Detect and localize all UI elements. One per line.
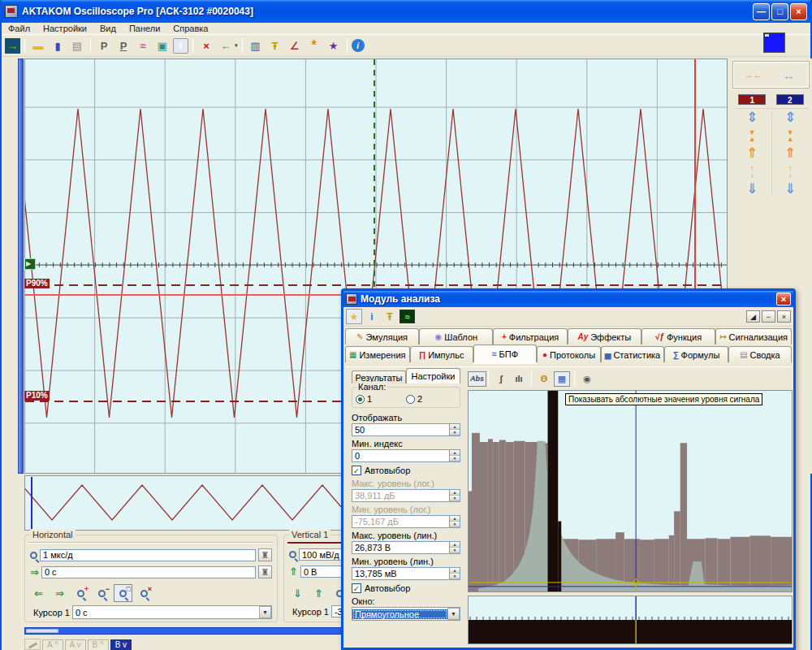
spin-down-icon[interactable]: ▼ [450,574,460,579]
tab-filtering[interactable]: +Фильтрация [493,328,567,344]
edit-icon[interactable] [24,639,41,650]
scroll-right-button[interactable]: ⇒ [50,584,69,602]
clock-icon[interactable]: Θ [536,371,552,387]
timebase-field[interactable]: 1 мкс/д [40,549,256,561]
spin-down-icon[interactable]: ▼ [450,522,460,527]
min-lin-spinner[interactable]: 13,785 мВ ▲▼ [352,567,460,580]
tab-measurements[interactable]: ▦Измерения [345,346,410,362]
chart-tools-icon[interactable]: ∠ [286,37,304,54]
panels-icon[interactable]: ▥ [247,37,265,54]
ch1-shift-down-button[interactable]: ⇓ [746,183,758,196]
zoom-region-button[interactable]: □ [114,584,132,602]
ch2-compress-vertical-button[interactable]: ▼▲ [787,129,794,142]
window-function-combo[interactable]: Прямоугольное ▼ [352,607,460,621]
shift-up-button[interactable]: ⇑ [309,584,328,602]
search-icon[interactable]: * [305,37,323,54]
close-button[interactable]: × [777,310,791,323]
spin-up-icon[interactable]: ▲ [450,516,460,522]
ch2-shift-up-button[interactable]: ⇑ [784,147,796,160]
auto-offset-button[interactable]: ♜ [258,566,272,578]
h-cursor-combo[interactable]: 0 с ▼ [72,605,272,619]
channel-2-button[interactable]: 2 [776,94,804,105]
compress-horizontal-button[interactable]: →← [743,66,764,84]
display-count-spinner[interactable]: 50 ▲▼ [352,423,460,436]
trigger-marker[interactable]: ▶ [24,258,36,270]
chevron-down-icon[interactable]: ▼ [447,608,460,620]
copy-page-icon[interactable]: P [95,37,113,54]
info-icon[interactable]: i [352,39,365,52]
ch1-compress-vertical-button[interactable]: ▼▲ [749,129,756,142]
ch2-fine-shift-buttons[interactable]: ↑↓ [788,165,793,178]
bars-view-icon[interactable]: ılı [511,371,527,387]
menu-view[interactable]: Вид [100,24,116,33]
favorites-icon[interactable]: ★ [346,309,362,324]
exit-icon[interactable]: → [5,38,20,54]
ch1-shift-up-button[interactable]: ⇑ [746,147,758,160]
chevron-down-icon[interactable]: ▾ [235,42,238,49]
tab-alarm[interactable]: ↦Сигнализация [715,328,792,344]
waveform-export-icon[interactable]: ≈ [134,37,152,54]
spin-down-icon[interactable]: ▼ [450,548,460,553]
menu-panels[interactable]: Панели [129,24,160,33]
tab-a-up[interactable]: A ^ [42,639,63,650]
spin-up-icon[interactable]: ▲ [450,450,460,456]
tab-a-down[interactable]: A v [65,639,86,650]
channel-2-radio[interactable]: 2 [406,394,456,404]
menu-settings[interactable]: Настройки [43,24,87,33]
spin-up-icon[interactable]: ▲ [450,490,460,496]
minimize-button[interactable]: — [753,3,770,20]
copy-page-alt-icon[interactable]: P [114,37,132,54]
shift-down-button[interactable]: ⇓ [288,584,307,602]
spin-down-icon[interactable]: ▼ [450,496,460,501]
auto-timebase-button[interactable]: ♜ [258,548,272,561]
max-log-spinner[interactable]: 38,911 дБ ▲▼ [352,489,460,502]
spin-up-icon[interactable]: ▲ [450,542,460,548]
channel-1-radio[interactable]: 1 [356,394,406,404]
measure-icon[interactable]: Ŧ [382,309,398,324]
menu-file[interactable]: Файл [8,24,30,33]
ch1-fine-shift-buttons[interactable]: ↑↓ [750,165,754,178]
spin-up-icon[interactable]: ▲ [450,568,460,574]
measure-tool-icon[interactable]: Ŧ [266,37,284,54]
tab-template[interactable]: ◉Шаблон [419,328,493,344]
tab-b-up[interactable]: B ^ [88,639,109,650]
dock-button[interactable]: ◢ [746,310,760,323]
zoom-reset-button[interactable]: × [135,584,153,602]
channel-1-button[interactable]: 1 [738,94,766,105]
spin-down-icon[interactable]: ▼ [450,456,460,462]
pause-icon[interactable]: ‖ [173,38,188,54]
zoom-in-button[interactable]: + [71,584,90,602]
tab-formulas[interactable]: ∑Формулы [664,346,728,362]
tab-settings[interactable]: Настройки [406,368,460,384]
analysis-close-button[interactable]: × [776,292,791,306]
info-icon[interactable]: i [364,309,380,324]
tab-summary[interactable]: ▤Сводка [728,346,792,362]
table-view-icon[interactable]: ▦ [554,371,570,387]
maximize-button[interactable]: □ [771,3,788,20]
fft-spectrum-display[interactable] [468,390,793,592]
expand-horizontal-button[interactable]: ↔ [778,66,799,84]
scope-screen-icon[interactable]: ≈ [400,310,415,323]
time-offset-field[interactable]: 0 с [41,566,256,578]
tab-fft[interactable]: ≈БПФ [473,344,537,362]
scrollbar-thumb[interactable] [26,629,58,633]
save-icon[interactable]: ▮ [49,37,67,54]
ch2-shift-down-button[interactable]: ⇓ [784,183,796,196]
p10-cursor-label[interactable]: P10% [24,391,50,401]
fft-preview-strip[interactable] [468,596,793,644]
restore-chart-icon[interactable]: ← [217,37,235,54]
ch1-expand-vertical-button[interactable]: ⇕ [746,111,758,124]
spin-up-icon[interactable]: ▲ [450,424,460,430]
min-index-spinner[interactable]: 0 ▲▼ [352,449,460,462]
minimize-button[interactable]: − [762,310,775,323]
wizard-icon[interactable]: ★ [325,37,343,54]
abs-values-button[interactable]: Abs [468,371,486,387]
p90-cursor-label[interactable]: P90% [24,279,50,288]
print-icon[interactable]: ▤ [68,37,86,54]
fft-canvas[interactable] [469,391,792,592]
min-log-spinner[interactable]: -75,167 дБ ▲▼ [352,515,460,528]
autoselect-checkbox-1[interactable]: ✓ Автовыбор [352,466,460,475]
fft-preview-canvas[interactable] [469,596,792,644]
log-scale-icon[interactable]: ∫ [493,371,509,387]
open-file-icon[interactable]: ▬ [29,37,47,54]
